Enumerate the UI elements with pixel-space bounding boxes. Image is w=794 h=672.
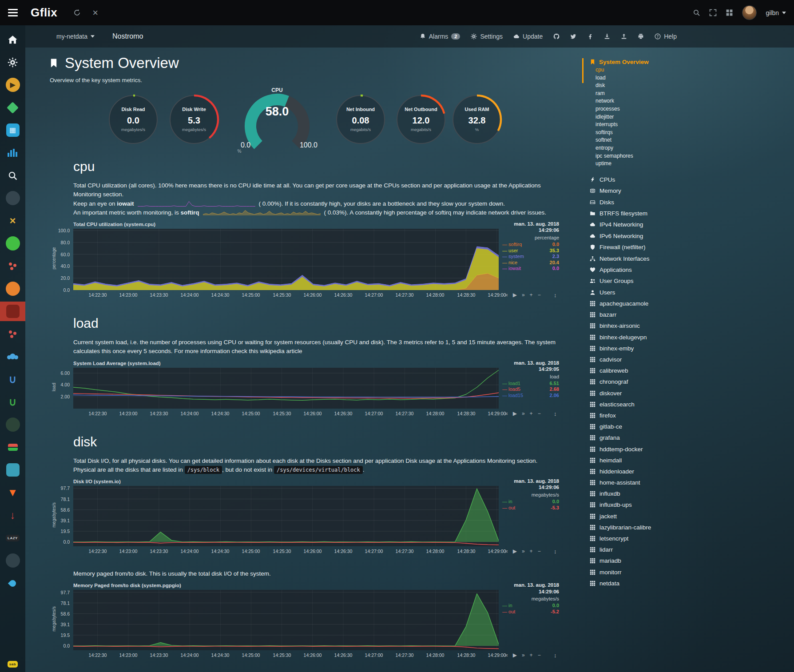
menu-app-lidarr[interactable]: lidarr — [590, 544, 702, 555]
menu-section-network-interfaces[interactable]: Network Interfaces — [590, 253, 702, 264]
menu-app-influxdb[interactable]: influxdb — [590, 488, 702, 499]
menu-subitem-idlejitter[interactable]: idlejitter — [590, 113, 702, 121]
chart-play-button[interactable]: ▶ — [513, 410, 517, 417]
chart-zoom-in-button[interactable]: + — [530, 410, 533, 417]
facebook-icon[interactable] — [587, 33, 593, 40]
load-chart[interactable]: System Load Average (system.load)man. 13… — [73, 361, 560, 423]
memory-paged-chart[interactable]: Memory Paged from/to disk (system.pgpgio… — [73, 583, 560, 664]
app-monitor-app[interactable] — [0, 190, 25, 206]
chart-pan-forward-button[interactable]: » — [522, 652, 525, 658]
app-tautulli[interactable] — [0, 281, 25, 297]
chart-resize-handle[interactable]: ↕ — [554, 410, 557, 417]
menu-section-system-overview[interactable]: System Overview — [590, 57, 702, 66]
github-icon[interactable] — [553, 33, 560, 40]
app-duplicati[interactable] — [0, 575, 25, 591]
menu-subitem-disk[interactable]: disk — [590, 82, 702, 90]
menu-subitem-entropy[interactable]: entropy — [590, 144, 702, 152]
menu-subitem-interrupts[interactable]: interrupts — [590, 121, 702, 129]
avatar[interactable] — [742, 5, 757, 20]
menu-app-netdata[interactable]: netdata — [590, 578, 702, 589]
menu-section-btrfs-filesystem[interactable]: BTRFS filesystem — [590, 208, 702, 219]
legend-item-softirq[interactable]: — softirq0.0 — [502, 242, 559, 248]
chart-resize-handle[interactable]: ↕ — [554, 292, 557, 298]
legend-item-load5[interactable]: — load52.68 — [502, 386, 559, 393]
menu-subitem-network[interactable]: network — [590, 97, 702, 105]
menu-app-gitlab-ce[interactable]: gitlab-ce — [590, 421, 702, 432]
menu-section-ipv4-networking[interactable]: IPv4 Networking — [590, 219, 702, 230]
search-icon[interactable] — [693, 9, 700, 16]
disk-chart[interactable]: Disk I/O (system.io)man. 13. aug. 201814… — [73, 479, 560, 561]
app-nextcloud[interactable] — [0, 349, 25, 365]
legend-item-user[interactable]: — user35.3 — [502, 248, 559, 254]
app-emby[interactable] — [0, 99, 25, 115]
chart-pan-backward-button[interactable]: « — [505, 652, 508, 658]
menu-app-monitorr[interactable]: monitorr — [590, 567, 702, 578]
legend-item-iowait[interactable]: — iowait0.0 — [502, 266, 559, 272]
app-download-app[interactable]: ↓ — [0, 507, 25, 523]
app-grafana-app[interactable] — [0, 326, 25, 342]
menu-app-binhex-emby[interactable]: binhex-emby — [590, 343, 702, 354]
menu-section-users[interactable]: Users — [590, 287, 702, 298]
menu-app-hddtemp-docker[interactable]: hddtemp-docker — [590, 443, 702, 454]
menu-section-ipv6-networking[interactable]: IPv6 Networking — [590, 231, 702, 242]
app-search-app[interactable] — [0, 167, 25, 183]
app-ubooquity[interactable]: ∪ — [0, 394, 25, 410]
cpu-chart[interactable]: Total CPU utilization (system.cpu)man. 1… — [73, 222, 560, 304]
app-dark-app[interactable] — [0, 417, 25, 433]
chart-pan-forward-button[interactable]: » — [522, 410, 525, 417]
menu-subitem-cpu[interactable]: cpu — [590, 66, 702, 74]
chart-load-plot[interactable] — [73, 368, 499, 409]
twitter-icon[interactable] — [570, 33, 576, 40]
app-netdata[interactable] — [0, 302, 25, 321]
menu-app-home-assistant[interactable]: home-assistant — [590, 477, 702, 488]
app-org-app[interactable] — [0, 553, 25, 569]
print-icon[interactable] — [638, 33, 644, 40]
user-menu[interactable]: gilbn — [766, 9, 786, 16]
import-icon[interactable] — [604, 33, 610, 40]
chart-play-button[interactable]: ▶ — [513, 652, 517, 658]
menu-app-grafana[interactable]: grafana — [590, 432, 702, 443]
fullscreen-icon[interactable] — [709, 9, 717, 16]
app-cluster-app[interactable] — [0, 258, 25, 274]
app-sabnzbd[interactable]: sab — [0, 656, 25, 672]
chart-play-button[interactable]: ▶ — [513, 548, 517, 554]
app-status-app[interactable] — [0, 439, 25, 455]
chart-zoom-out-button[interactable]: − — [538, 652, 541, 658]
chart-pan-backward-button[interactable]: « — [505, 292, 508, 298]
menu-subitem-uptime[interactable]: uptime — [590, 160, 702, 168]
app-plex[interactable]: ▶ — [0, 77, 25, 93]
menu-section-firewall-netfilter-[interactable]: Firewall (netfilter) — [590, 242, 702, 253]
legend-item-load1[interactable]: — load16.51 — [502, 381, 559, 387]
menu-app-binhex-airsonic[interactable]: binhex-airsonic — [590, 320, 702, 331]
close-icon[interactable]: × — [92, 8, 98, 18]
chart-pan-backward-button[interactable]: « — [505, 548, 508, 554]
chart-resize-handle[interactable]: ↕ — [554, 652, 557, 659]
menu-app-mariadb[interactable]: mariadb — [590, 555, 702, 566]
gauge-net-outbound[interactable]: Net Outbound12.0megabits/s — [395, 93, 447, 147]
app-jackett[interactable]: × — [0, 213, 25, 229]
app-nzbget[interactable] — [0, 235, 25, 251]
menu-app-heimdall[interactable]: heimdall — [590, 455, 702, 466]
refresh-icon[interactable] — [73, 9, 81, 16]
menu-app-lazylibrarian-calibre[interactable]: lazylibrarian-calibre — [590, 522, 702, 533]
chart-pan-forward-button[interactable]: » — [522, 548, 525, 554]
settings-button[interactable]: Settings — [471, 33, 503, 40]
export-icon[interactable] — [621, 33, 627, 40]
chart-disk-plot[interactable] — [73, 486, 499, 546]
menu-section-memory[interactable]: Memory — [590, 185, 702, 196]
chart-zoom-out-button[interactable]: − — [538, 410, 541, 417]
chart-pan-forward-button[interactable]: » — [522, 292, 525, 298]
chart-resize-handle[interactable]: ↕ — [554, 548, 557, 555]
app-lazylibrarian[interactable]: LAZY — [0, 530, 25, 546]
menu-app-elasticsearch[interactable]: elasticsearch — [590, 399, 702, 410]
help-button[interactable]: Help — [655, 33, 677, 40]
app-docker[interactable]: ▦ — [0, 122, 25, 138]
gauge-cpu[interactable]: CPU58.00.0100.0% — [230, 87, 324, 155]
gauge-used-ram[interactable]: Used RAM32.8% — [451, 93, 503, 147]
legend-item-nice[interactable]: — nice20.4 — [502, 260, 559, 266]
menu-subitem-softirqs[interactable]: softirqs — [590, 129, 702, 137]
menu-app-diskover[interactable]: diskover — [590, 388, 702, 399]
legend-item-out[interactable]: — out-5.3 — [502, 505, 559, 511]
chart-zoom-in-button[interactable]: + — [530, 652, 533, 658]
menu-toggle-button[interactable] — [0, 0, 25, 25]
